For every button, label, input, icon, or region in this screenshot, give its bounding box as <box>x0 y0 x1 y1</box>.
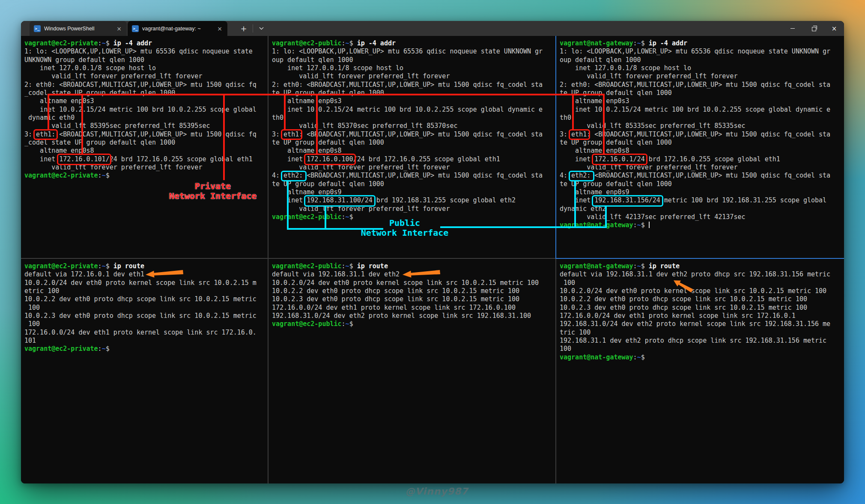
terminal-line: vagrant@nat-gateway:~$ ip -4 addr <box>560 39 830 47</box>
maximize-button[interactable] <box>805 21 824 36</box>
close-icon: × <box>832 25 837 33</box>
annotation-cyan-vline <box>605 207 607 227</box>
terminal-line: 1: lo: <LOOPBACK,UP,LOWER_UP> mtu 65536 … <box>560 47 830 56</box>
annotation-red-vline <box>284 94 286 130</box>
terminal-line: inet 10.0.2.15/24 metric 100 brd 10.0.2.… <box>24 106 257 114</box>
minimize-button[interactable] <box>783 21 802 36</box>
terminal-line: 172.16.0.0/24 dev eth1 proto kernel scop… <box>24 329 257 337</box>
terminal-line: 10.0.2.3 dev eth0 proto dhcp scope link … <box>272 295 539 303</box>
annotation-red-vline <box>572 94 574 130</box>
pane-ec2-public-ip-addr[interactable]: vagrant@ec2-public:~$ ip -4 addr1: lo: <… <box>272 39 543 221</box>
terminal-line: te UP group default qlen 1000 <box>560 139 830 147</box>
terminal-line: oup default qlen 1000 <box>560 56 830 64</box>
annotation-red-vline <box>48 94 49 130</box>
terminal-line: vagrant@nat-gateway:~$ <box>560 221 830 229</box>
annotation-cyan-vline <box>325 207 326 230</box>
pane-nat-gateway-ip-route[interactable]: vagrant@nat-gateway:~$ ip routedefault v… <box>560 262 830 362</box>
terminal-line: 10.0.2.0/24 dev eth0 proto kernel scope … <box>24 279 257 287</box>
label-line: Network Interface <box>161 191 264 201</box>
terminal-line: 10.0.2.3 dev eth0 proto dhcp scope link … <box>24 312 257 320</box>
title-bar: >_ Windows PowerShell × >_ vagrant@nat-g… <box>21 21 844 36</box>
tab-close-icon[interactable]: × <box>116 26 122 32</box>
powershell-icon: >_ <box>34 25 41 32</box>
label-line: Private <box>161 181 264 191</box>
terminal-line: altname enp0s3 <box>272 97 543 105</box>
terminal-line: 192.168.31.0/24 dev eth2 proto kernel sc… <box>560 320 830 328</box>
terminal-line: 2: eth0: <BROADCAST,MULTICAST,UP,LOWER_U… <box>560 81 830 89</box>
annotation-cyan-vline <box>574 181 576 227</box>
pane-divider-vertical-1[interactable] <box>268 36 268 483</box>
terminal-line: vagrant@ec2-private:~$ <box>24 345 257 353</box>
terminal-line: _codel state UP group default qlen 1000 <box>24 89 257 97</box>
terminal-area: vagrant@ec2-private:~$ ip -4 addr1: lo: … <box>21 36 844 483</box>
annotation-box-eth1-public <box>281 129 302 140</box>
terminal-line: vagrant@ec2-private:~$ ip route <box>24 262 257 270</box>
terminal-line: 3: eth1: <BROADCAST,MULTICAST,UP,LOWER_U… <box>560 130 830 139</box>
close-button[interactable]: × <box>824 21 844 36</box>
label-line: Public <box>340 218 469 228</box>
terminal-line: valid_lft 85335sec preferred_lft 85335se… <box>560 122 830 130</box>
annotation-red-vline <box>603 94 605 154</box>
terminal-line: oup default qlen 1000 <box>272 56 543 64</box>
annotation-box-eth2-public <box>281 171 307 181</box>
terminal-line: altname enp0s3 <box>560 97 830 105</box>
pane-ec2-private-ip-route[interactable]: vagrant@ec2-private:~$ ip routedefault v… <box>24 262 257 353</box>
focused-pane-border-bottom <box>555 258 844 259</box>
terminal-line: 100 <box>24 320 257 328</box>
restore-icon <box>812 27 816 31</box>
terminal-line: te UP group default qlen 1000 <box>272 180 543 188</box>
terminal-line: default via 192.168.31.1 dev eth2 proto … <box>560 270 830 279</box>
tab-close-icon[interactable]: × <box>216 26 223 32</box>
public-network-interface-label: Public Network Interface <box>340 218 469 238</box>
terminal-line: 2: eth0: <BROADCAST,MULTICAST,UP,LOWER_U… <box>272 81 543 89</box>
annotation-red-vline <box>316 94 318 154</box>
terminal-line: te UP group default qlen 1000 <box>560 180 830 188</box>
annotation-box-ip-172-16-0-100 <box>304 154 356 165</box>
terminal-line: _codel state UP group default qlen 1000 <box>24 139 257 147</box>
terminal-line: 2: eth0: <BROADCAST,MULTICAST,UP,LOWER_U… <box>24 81 257 89</box>
terminal-line: altname enp0s3 <box>24 97 257 105</box>
annotation-box-eth2-natgw <box>569 171 594 181</box>
terminal-line: te UP group default qlen 1000 <box>272 139 543 147</box>
chevron-down-icon <box>259 27 264 30</box>
terminal-line: 4: eth2: <BROADCAST,MULTICAST,UP,LOWER_U… <box>272 172 543 180</box>
terminal-line: 3: eth1: <BROADCAST,MULTICAST,UP,LOWER_U… <box>24 130 257 139</box>
new-tab-button[interactable]: + <box>236 21 251 36</box>
label-line: Network Interface <box>340 228 469 238</box>
annotation-box-ip-172-16-0-101 <box>57 154 111 165</box>
tab-nat-gateway[interactable]: >_ vagrant@nat-gateway: ~ × <box>128 21 227 36</box>
annotation-box-ip-192-168-31-100 <box>304 195 376 207</box>
terminal-line: inet 127.0.0.1/8 scope host lo <box>560 64 830 72</box>
terminal-line: vagrant@ec2-private:~$ <box>24 172 257 180</box>
terminal-line: 172.16.0.0/24 dev eth1 proto kernel scop… <box>272 304 539 312</box>
annotation-box-eth1-private <box>33 129 58 140</box>
terminal-line: inet 10.0.2.15/24 metric 100 brd 10.0.2.… <box>272 106 543 114</box>
terminal-line: vagrant@ec2-private:~$ ip -4 addr <box>24 39 257 47</box>
terminal-line: 192.168.31.0/24 dev eth2 proto kernel sc… <box>272 312 539 320</box>
terminal-line: 3: eth1: <BROADCAST,MULTICAST,UP,LOWER_U… <box>272 130 543 139</box>
powershell-icon: >_ <box>132 25 139 32</box>
annotation-red-hline <box>48 94 605 95</box>
terminal-line: th0 <box>560 114 830 122</box>
terminal-line: 172.16.0.0/24 dev eth1 proto kernel scop… <box>560 312 830 320</box>
terminal-line: vagrant@nat-gateway:~$ <box>560 353 830 362</box>
annotation-red-vline <box>223 94 225 180</box>
terminal-line: valid_lft forever preferred_lft forever <box>272 72 543 80</box>
terminal-line: 10.0.2.3 dev eth0 proto dhcp scope link … <box>560 304 830 312</box>
terminal-line: 101 <box>24 337 257 345</box>
terminal-line: 192.168.31.1 dev eth2 proto dhcp scope l… <box>560 337 830 345</box>
terminal-line: vagrant@ec2-public:~$ <box>272 320 539 328</box>
terminal-line: valid_lft forever preferred_lft forever <box>560 72 830 80</box>
terminal-line: valid_lft 42137sec preferred_lft 42137se… <box>560 213 830 221</box>
text-cursor <box>649 222 650 228</box>
terminal-line: inet 10.0.2.15/24 metric 100 brd 10.0.2.… <box>560 106 830 114</box>
terminal-line: 1: lo: <LOOPBACK,UP,LOWER_UP> mtu 65536 … <box>272 47 543 56</box>
tab-windows-powershell[interactable]: >_ Windows PowerShell × <box>30 21 127 36</box>
terminal-window: >_ Windows PowerShell × >_ vagrant@nat-g… <box>21 21 844 483</box>
private-network-interface-label: Private Network Interface <box>161 181 264 201</box>
terminal-line: 100 <box>24 304 257 312</box>
tab-dropdown-button[interactable] <box>254 21 268 36</box>
tab-title: vagrant@nat-gateway: ~ <box>142 26 213 32</box>
terminal-line: inet 127.0.0.1/8 scope host lo <box>272 64 543 72</box>
terminal-line: 10.0.2.2 dev eth0 proto dhcp scope link … <box>560 295 830 303</box>
